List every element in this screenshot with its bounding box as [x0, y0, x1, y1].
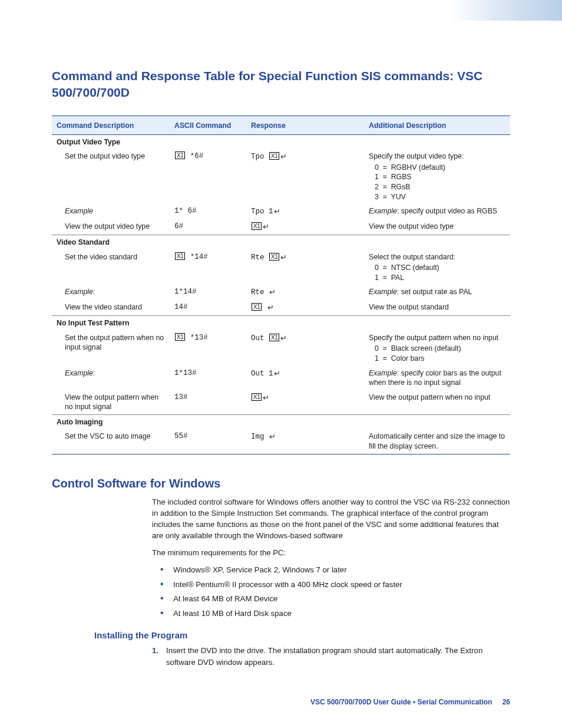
cell-description: Example: — [52, 285, 170, 300]
enter-icon: ↵ — [269, 431, 276, 442]
cell-ascii: 13# — [170, 390, 246, 415]
cell-response: Out X1↵ — [246, 331, 364, 366]
cell-description: Set the output video type — [52, 149, 170, 204]
cell-ascii: X1 *14# — [170, 250, 246, 285]
x1-box-icon: X1 — [269, 334, 279, 341]
group-header: Auto Imaging — [52, 414, 510, 429]
th-command-description: Command Description — [52, 116, 170, 134]
table-body: Output Video TypeSet the output video ty… — [52, 134, 510, 454]
cell-description: Set the VSC to auto image — [52, 429, 170, 454]
command-table: Command Description ASCII Command Respon… — [52, 116, 510, 454]
cell-additional: Specify the output video type:0 = RGBHV … — [364, 149, 510, 204]
x1-box-icon: X1 — [269, 152, 279, 160]
table-row: Set the output pattern when no input sig… — [52, 331, 510, 366]
cell-response: Rte ↵ — [246, 285, 364, 300]
cell-additional: Example: set output rate as PAL — [364, 285, 510, 300]
main-heading: Command and Response Table for Special F… — [52, 68, 510, 101]
enter-icon: ↵ — [280, 151, 287, 162]
list-item: At least 10 MB of Hard Disk space — [160, 608, 510, 620]
cell-response: Out 1↵ — [246, 366, 364, 390]
cell-description: Example: — [52, 366, 170, 390]
intro-paragraph: The included control software for Window… — [152, 496, 510, 542]
enter-icon: ↵ — [274, 368, 280, 379]
cell-additional: Select the output standard:0 = NTSC (def… — [364, 250, 510, 285]
cell-response: Rte X1↵ — [246, 250, 364, 285]
cell-ascii: 14# — [170, 300, 246, 315]
enter-icon: ↵ — [274, 206, 280, 217]
requirements-intro: The minimum requirements for the PC: — [152, 547, 510, 558]
cell-description: Set the output pattern when no input sig… — [52, 331, 170, 366]
cell-description: Set the video standard — [52, 250, 170, 285]
cell-response: X1 ↵ — [246, 300, 364, 315]
footer-text: VSC 500/700/700D User Guide • Serial Com… — [310, 698, 492, 706]
table-row: Set the output video typeX1 *6#Tpo X1↵Sp… — [52, 149, 510, 204]
table-row: View the output pattern when no input si… — [52, 390, 510, 415]
enter-icon: ↵ — [280, 252, 287, 263]
cell-ascii: 1*14# — [170, 285, 246, 300]
cell-additional: View the output standard — [364, 300, 510, 315]
th-response: Response — [246, 116, 364, 134]
cell-response: Tpo 1↵ — [246, 204, 364, 219]
group-header: Output Video Type — [52, 134, 510, 149]
section-heading-control-software: Control Software for Windows — [52, 477, 510, 490]
cell-additional: Example: specify output video as RGBS — [364, 204, 510, 219]
table-row: Set the VSC to auto image55#Img ↵Automat… — [52, 429, 510, 454]
page-top-gradient — [0, 0, 562, 21]
x1-box-icon: X1 — [175, 252, 185, 260]
group-header: Video Standard — [52, 235, 510, 250]
sub-heading-installing: Installing the Program — [94, 630, 510, 640]
cell-response: Tpo X1↵ — [246, 149, 364, 204]
enter-icon: ↵ — [263, 393, 269, 403]
cell-additional: Specify the output pattern when no input… — [364, 331, 510, 366]
list-item: Intel® Pentium® II processor with a 400 … — [160, 579, 510, 591]
group-header: No Input Test Pattern — [52, 316, 510, 331]
install-steps: Insert the DVD into the drive. The insta… — [152, 645, 510, 668]
step-1: Insert the DVD into the drive. The insta… — [152, 645, 510, 668]
enter-icon: ↵ — [280, 333, 287, 344]
cell-ascii: X1 *6# — [170, 149, 246, 204]
th-ascii-command: ASCII Command — [170, 116, 246, 134]
th-additional-description: Additional Description — [364, 116, 510, 134]
cell-additional: Example: specify color bars as the outpu… — [364, 366, 510, 390]
cell-description: View the output video type — [52, 219, 170, 235]
cell-description: View the video standard — [52, 300, 170, 315]
cell-response: Img ↵ — [246, 429, 364, 454]
cell-additional: Automatically center and size the image … — [364, 429, 510, 454]
enter-icon: ↵ — [269, 287, 276, 298]
x1-box-icon: X1 — [252, 303, 262, 311]
cell-ascii: X1 *13# — [170, 331, 246, 366]
table-row: Example:1*14#Rte ↵Example: set output ra… — [52, 285, 510, 300]
page-footer: VSC 500/700/700D User Guide • Serial Com… — [52, 698, 510, 706]
cell-ascii: 6# — [170, 219, 246, 235]
cell-ascii: 1*13# — [170, 366, 246, 390]
cell-response: X1↵ — [246, 390, 364, 415]
table-row: Example:1*13#Out 1↵Example: specify colo… — [52, 366, 510, 390]
x1-box-icon: X1 — [175, 333, 185, 341]
list-item: At least 64 MB of RAM Device — [160, 593, 510, 605]
x1-box-icon: X1 — [269, 253, 279, 261]
cell-description: View the output pattern when no input si… — [52, 390, 170, 415]
requirements-list: Windows® XP, Service Pack 2, Windows 7 o… — [160, 564, 510, 620]
table-header: Command Description ASCII Command Respon… — [52, 116, 510, 134]
list-item: Windows® XP, Service Pack 2, Windows 7 o… — [160, 564, 510, 576]
cell-ascii: 55# — [170, 429, 246, 454]
page-number: 26 — [503, 698, 510, 706]
table-row: Set the video standardX1 *14#Rte X1↵Sele… — [52, 250, 510, 285]
table-row: Example1* 6#Tpo 1↵Example: specify outpu… — [52, 204, 510, 219]
x1-box-icon: X1 — [175, 151, 185, 159]
enter-icon: ↵ — [263, 222, 269, 232]
table-row: View the video standard14#X1 ↵View the o… — [52, 300, 510, 315]
table-row: View the output video type6#X1↵View the … — [52, 219, 510, 235]
cell-additional: View the output video type — [364, 219, 510, 235]
cell-description: Example — [52, 204, 170, 219]
enter-icon: ↵ — [267, 302, 274, 313]
page-content: Command and Response Table for Special F… — [0, 21, 562, 728]
x1-box-icon: X1 — [252, 222, 262, 230]
cell-ascii: 1* 6# — [170, 204, 246, 219]
cell-response: X1↵ — [246, 219, 364, 235]
cell-additional: View the output pattern when no input — [364, 390, 510, 415]
x1-box-icon: X1 — [252, 393, 262, 401]
